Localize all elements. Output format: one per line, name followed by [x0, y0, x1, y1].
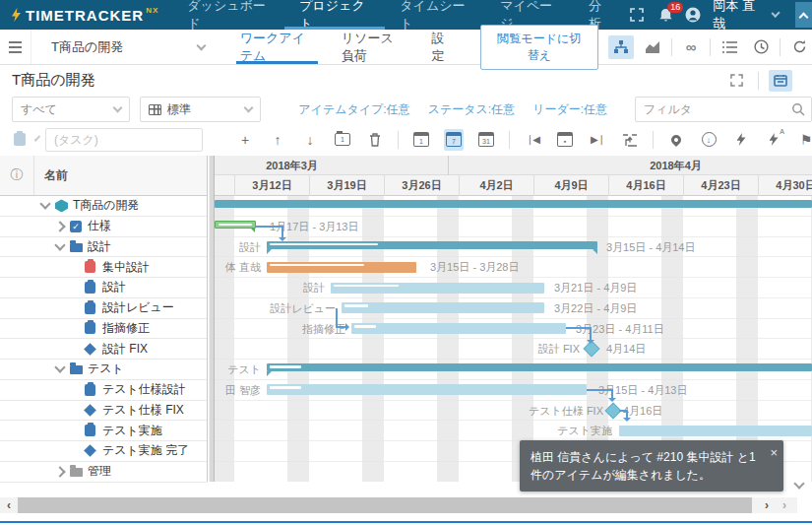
- task-alert-icon: [85, 261, 95, 273]
- refresh-icon[interactable]: [786, 35, 812, 59]
- task-type-icon[interactable]: [10, 129, 30, 151]
- bolt-auto-icon[interactable]: A: [764, 129, 783, 151]
- download-icon[interactable]: ↓: [699, 129, 718, 151]
- calendar-month-icon[interactable]: 31: [476, 129, 496, 151]
- tree-row-6[interactable]: 指摘修正: [0, 319, 207, 340]
- flag-icon[interactable]: ⚑: [796, 129, 812, 151]
- user-name[interactable]: 岡本 直哉: [713, 0, 760, 33]
- scroll-right-arrow-icon[interactable]: ›: [758, 497, 776, 513]
- tab-2[interactable]: 設定: [418, 30, 467, 64]
- chevron-down-icon: [196, 40, 206, 50]
- scope-select[interactable]: すべて: [12, 97, 130, 122]
- dependency-line: [590, 327, 592, 340]
- link-icon[interactable]: ∞: [678, 35, 704, 59]
- notifications-button[interactable]: 16: [658, 8, 673, 23]
- sitemap-icon[interactable]: [608, 35, 634, 59]
- calendar-today-icon[interactable]: ▪: [555, 129, 575, 151]
- project-selector[interactable]: T商品の開発: [31, 30, 215, 64]
- tree-row-13[interactable]: 管理: [0, 462, 207, 483]
- trash-icon[interactable]: [365, 129, 385, 151]
- tree-row-8[interactable]: テスト: [0, 360, 207, 380]
- tree-row-0[interactable]: T商品の開発: [0, 196, 207, 217]
- user-menu-chevron-icon[interactable]: [771, 9, 780, 18]
- new-task-input[interactable]: [45, 128, 203, 152]
- calendar-day-icon[interactable]: 1: [411, 129, 431, 151]
- nav-item-0[interactable]: ダッシュボード: [172, 0, 284, 30]
- menu-button[interactable]: [0, 30, 31, 64]
- dependency-line: [336, 308, 338, 328]
- tree-row-12[interactable]: テスト実施 完了: [0, 441, 207, 462]
- map-pin-icon[interactable]: [666, 129, 686, 151]
- collapse-arrow-icon[interactable]: [39, 199, 50, 210]
- filter-link-1[interactable]: ステータス:任意: [428, 101, 515, 118]
- info-icon[interactable]: ⓘ: [0, 156, 34, 195]
- bolt-icon[interactable]: [731, 129, 751, 151]
- gantt-bar[interactable]: [267, 241, 597, 249]
- clock-icon[interactable]: [748, 35, 774, 59]
- scroll-left-arrow-icon[interactable]: ‹: [0, 497, 18, 513]
- scroll-right-end-arrow-icon[interactable]: ›: [776, 497, 793, 513]
- view-mode-button[interactable]: 閲覧モードに切替え: [480, 25, 598, 70]
- collapse-arrow-icon[interactable]: [54, 362, 65, 373]
- tree-row-3[interactable]: 集中設計: [0, 257, 207, 278]
- nav-item-2[interactable]: タイムシート: [385, 0, 485, 30]
- vertical-scroll-up-button[interactable]: [795, 2, 812, 28]
- filter-link-0[interactable]: アイテムタイプ:任意: [298, 101, 409, 118]
- nav-item-1[interactable]: プロジェクト: [284, 0, 385, 30]
- gantt-bar[interactable]: [215, 200, 812, 208]
- toast-message: 植田 信貴さんによって #210 集中設計 と1件のアイテムが編集されました。: [531, 450, 756, 482]
- skip-end-icon[interactable]: ▶❘: [588, 129, 607, 151]
- gantt-bar[interactable]: [267, 363, 812, 371]
- toast-close-button[interactable]: ×: [770, 443, 778, 463]
- folder-one-icon[interactable]: 1: [333, 129, 352, 151]
- task-icon: [85, 425, 95, 436]
- search-icon[interactable]: [791, 102, 805, 116]
- tree-name-column-header[interactable]: 名前: [34, 167, 68, 184]
- tree-row-9[interactable]: テスト仕様設計: [0, 380, 207, 401]
- indent-icon[interactable]: [620, 129, 640, 151]
- filter-search-box: [635, 97, 812, 122]
- expand-arrow-icon[interactable]: [54, 466, 65, 477]
- tree-row-7[interactable]: 設計 FIX: [0, 339, 207, 360]
- collapse-arrow-icon[interactable]: [54, 239, 65, 250]
- tree-row-10[interactable]: テスト仕様 FIX: [0, 401, 207, 422]
- view-select[interactable]: 標準: [140, 97, 262, 122]
- tree-row-1[interactable]: ✓仕様: [0, 217, 207, 237]
- tab-0[interactable]: ワークアイテム: [226, 30, 328, 64]
- tree-row-2[interactable]: 設計: [0, 237, 207, 258]
- tree-row-11[interactable]: テスト実施: [0, 421, 207, 441]
- plus-icon[interactable]: +: [235, 129, 255, 151]
- filter-input[interactable]: [642, 101, 791, 117]
- gantt-bar[interactable]: [342, 302, 544, 313]
- weekend-stripe: [437, 196, 459, 482]
- workitem-tree-panel: ⓘ 名前 T商品の開発✓仕様設計集中設計設計設計レビュー指摘修正設計 FIXテス…: [0, 156, 208, 482]
- list-icon[interactable]: [717, 35, 742, 59]
- gantt-bar[interactable]: [351, 323, 566, 334]
- arrow-down-icon[interactable]: ↓: [300, 129, 320, 151]
- tab-1[interactable]: リソース負荷: [328, 30, 418, 64]
- tree-row-5[interactable]: 設計レビュー: [0, 298, 207, 319]
- week-header-1: 3月19日: [309, 175, 384, 196]
- calendar-week-icon[interactable]: 7: [444, 129, 464, 151]
- arrow-up-icon[interactable]: ↑: [268, 129, 287, 151]
- vertical-scroll-down-button[interactable]: [795, 480, 809, 493]
- filter-link-2[interactable]: リーダー:任意: [532, 101, 607, 118]
- skip-start-icon[interactable]: ❘◀: [523, 129, 542, 151]
- horizontal-scrollbar[interactable]: ‹ › ›: [0, 497, 797, 513]
- expand-arrow-icon[interactable]: [54, 221, 65, 231]
- fullscreen-icon[interactable]: [627, 4, 648, 26]
- gantt-bar[interactable]: [215, 221, 256, 229]
- app-logo[interactable]: TIMETRACKER NX: [0, 0, 172, 30]
- gantt-calendar-toggle-icon[interactable]: [769, 70, 792, 92]
- avatar[interactable]: [685, 7, 701, 23]
- gantt-bar[interactable]: [267, 384, 587, 395]
- tree-row-4[interactable]: 設計: [0, 278, 207, 298]
- month-header-1: 2018年4月: [449, 156, 812, 175]
- area-chart-icon[interactable]: [640, 35, 665, 59]
- scrollbar-thumb[interactable]: [18, 497, 752, 513]
- gantt-bar[interactable]: [267, 262, 416, 273]
- gantt-bar[interactable]: [619, 426, 812, 436]
- gantt-bar[interactable]: [331, 283, 544, 294]
- expand-panel-icon[interactable]: [724, 70, 748, 92]
- chevron-down-icon[interactable]: [34, 135, 40, 141]
